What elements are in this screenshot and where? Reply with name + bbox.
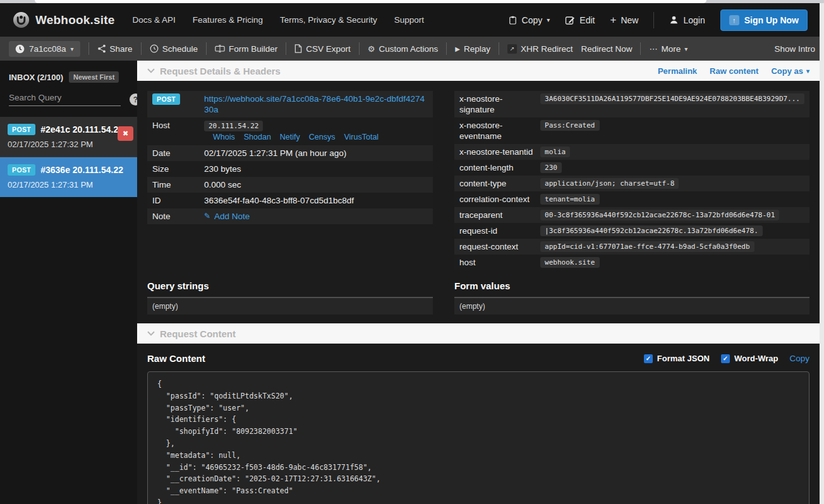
copy-as-dropdown: Copy as ▾ — [771, 66, 809, 76]
header-row: host webhook.site — [454, 255, 809, 270]
login-button[interactable]: Login — [669, 15, 705, 25]
session-dropdown-button[interactable]: 7a1cc08a ▾ — [9, 41, 80, 57]
content-section-toggle[interactable]: Request Content — [147, 328, 236, 339]
netify-link[interactable]: Netify — [280, 132, 300, 143]
chevron-down-icon — [147, 331, 155, 336]
content-area: INBOX (2/100) Newest First ? POST #2e41c… — [0, 61, 824, 504]
checkbox-checked-icon: ✓ — [721, 354, 730, 363]
nav-link-support[interactable]: Support — [394, 15, 424, 25]
word-wrap-checkbox[interactable]: ✓ Word-Wrap — [721, 354, 779, 363]
gear-icon: ⚙ — [368, 44, 375, 54]
details-section-bar: Request Details & Headers Permalink Raw … — [137, 61, 820, 81]
plus-icon: + — [610, 14, 616, 27]
request-title: #2e41c 20.111.54.22 — [40, 124, 123, 135]
nav-link-pricing[interactable]: Features & Pricing — [193, 15, 263, 25]
permalink-link[interactable]: Permalink — [658, 66, 697, 76]
whois-link[interactable]: Whois — [213, 132, 235, 143]
edit-button[interactable]: Edit — [565, 15, 595, 25]
browser-chrome-strip — [0, 0, 824, 3]
virustotal-link[interactable]: VirusTotal — [344, 132, 379, 143]
content-section-bar: Request Content — [137, 323, 820, 344]
caret-down-icon: ▾ — [71, 45, 74, 52]
headers-table: x-neostore-signature 3A6030CF3511DA26A11… — [454, 91, 809, 270]
sort-order-badge[interactable]: Newest First — [69, 71, 119, 83]
header-row: traceparent 00-3c8f365936a440f592cb12aca… — [454, 207, 809, 223]
method-badge: POST — [8, 124, 35, 135]
query-strings-section: Query strings (empty) — [147, 280, 433, 315]
new-button[interactable]: + New — [610, 14, 638, 27]
more-icon: ⋯ — [649, 44, 657, 54]
brand-logo[interactable]: Webhook.site — [13, 11, 115, 28]
replay-button[interactable]: ▶ Replay — [455, 44, 490, 54]
toolbar-separator — [499, 42, 499, 55]
toolbar-separator — [640, 42, 641, 55]
inbox-count-label: INBOX (2/100) — [9, 73, 63, 82]
shodan-link[interactable]: Shodan — [244, 132, 271, 143]
delete-request-button[interactable]: ✖ — [118, 126, 133, 141]
edit-icon — [565, 15, 575, 25]
nav-divider — [653, 12, 654, 28]
header-row: request-context appId=cid-v1:677071ae-ff… — [454, 239, 809, 255]
sidebar-header: INBOX (2/100) Newest First ? — [0, 61, 137, 116]
toolbar-separator — [359, 42, 360, 55]
header-row: content-type application/json; charset=u… — [454, 176, 809, 191]
nav-link-terms[interactable]: Terms, Privacy & Security — [280, 15, 377, 25]
size-row: Size 230 bytes — [147, 161, 433, 177]
search-input[interactable] — [9, 93, 121, 106]
toolbar-separator — [286, 42, 286, 55]
request-details-body: POST https://webhook.site/7a1cc08a-78e6-… — [137, 81, 820, 323]
raw-content-json: { "passId": "qoditLPtdskTxS20", "passTyp… — [147, 371, 809, 504]
csv-export-button[interactable]: CSV Export — [294, 44, 351, 54]
copy-dropdown-button[interactable]: Copy ▾ — [508, 15, 550, 25]
brand-name: Webhook.site — [35, 13, 115, 27]
format-json-checkbox[interactable]: ✓ Format JSON — [644, 354, 710, 363]
clock-icon — [15, 44, 25, 54]
nav-links: Docs & API Features & Pricing Terms, Pri… — [133, 15, 424, 25]
request-title: #3636e 20.111.54.22 — [40, 165, 123, 175]
nav-link-docs[interactable]: Docs & API — [133, 15, 176, 25]
xhr-redirect-button[interactable]: ↗ XHR Redirect — [507, 44, 573, 54]
details-section-toggle[interactable]: Request Details & Headers — [147, 66, 281, 76]
action-toolbar: 7a1cc08a ▾ Share Schedule Form Buil — [0, 37, 824, 61]
request-list-item-selected[interactable]: POST #3636e 20.111.54.22 02/17/2025 1:27… — [0, 157, 137, 197]
clipboard-icon — [508, 15, 518, 25]
show-intro-link[interactable]: Show Intro — [774, 44, 815, 54]
time-row: Time 0.000 sec — [147, 177, 433, 193]
nav-actions: Copy ▾ Edit + New Login — [508, 9, 808, 31]
webhook-site-app: Webhook.site Docs & API Features & Prici… — [0, 0, 824, 504]
request-url-link[interactable]: https://webhook.site/7a1cc08a-78e6-40b1-… — [204, 93, 428, 115]
browser-tab-bottom — [35, 0, 706, 3]
share-icon — [97, 44, 106, 53]
header-row: correlation-context tenant=molia — [454, 191, 809, 207]
sign-up-button[interactable]: ↑ Sign Up Now — [720, 9, 808, 31]
custom-actions-button[interactable]: ⚙ Custom Actions — [368, 44, 438, 54]
date-row: Date 02/17/2025 1:27:31 PM (an hour ago) — [147, 145, 433, 161]
header-row: x-neostore-eventname Pass:Created — [454, 117, 809, 144]
request-timestamp: 02/17/2025 1:27:32 PM — [8, 140, 130, 149]
host-row: Host 20.111.54.22 Whois Shodan Netify Ce… — [147, 117, 433, 145]
user-icon — [669, 15, 679, 25]
checkbox-checked-icon: ✓ — [644, 354, 653, 363]
share-button[interactable]: Share — [97, 44, 133, 54]
header-row: content-length 230 — [454, 160, 809, 176]
requests-sidebar: INBOX (2/100) Newest First ? POST #2e41c… — [0, 61, 137, 504]
toolbar-separator — [206, 42, 207, 55]
caret-down-icon: ▾ — [684, 45, 688, 52]
redirect-now-button[interactable]: Redirect Now — [581, 44, 632, 54]
request-list-item[interactable]: POST #2e41c 20.111.54.22 02/17/2025 1:27… — [0, 117, 137, 157]
raw-content-link[interactable]: Raw content — [710, 66, 758, 76]
signup-arrow-icon: ↑ — [729, 15, 739, 25]
schedule-button[interactable]: Schedule — [150, 44, 198, 54]
header-row: x-neostore-signature 3A6030CF3511DA26A11… — [454, 91, 809, 117]
webhook-logo-icon — [13, 11, 30, 28]
form-builder-button[interactable]: Form Builder — [215, 44, 277, 54]
censys-link[interactable]: Censys — [309, 132, 336, 143]
query-strings-title: Query strings — [147, 280, 433, 291]
window-scrollbar[interactable] — [820, 3, 824, 504]
copy-raw-content-link[interactable]: Copy — [789, 354, 809, 363]
add-note-link[interactable]: ✎ Add Note — [204, 211, 250, 222]
toolbar-separator — [446, 42, 447, 55]
more-dropdown-button[interactable]: ⋯ More ▾ — [649, 44, 688, 54]
header-row: x-neostore-tenantid molia — [454, 144, 809, 160]
form-values-empty: (empty) — [454, 298, 809, 315]
